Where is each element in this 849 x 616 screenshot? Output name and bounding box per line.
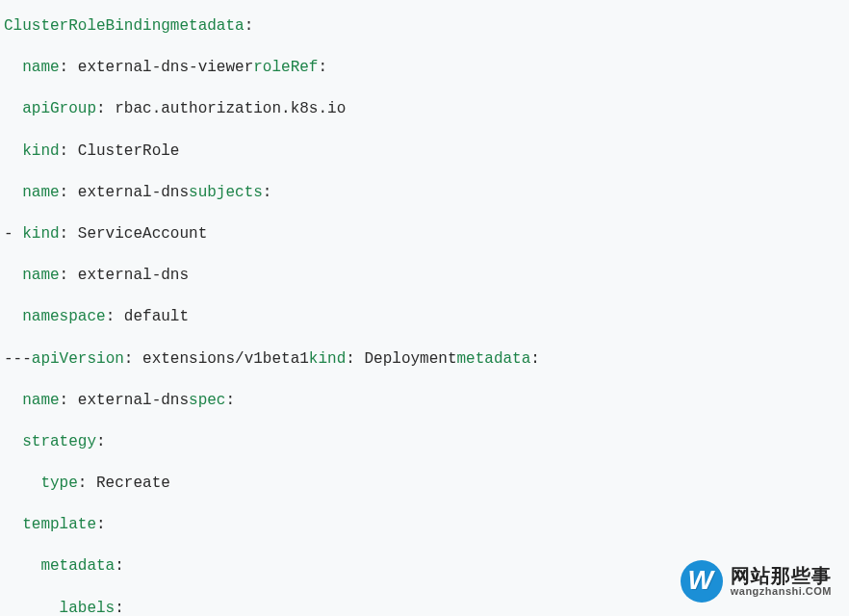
code-line: ClusterRoleBindingmetadata: (4, 6, 845, 47)
yaml-text: : (263, 184, 272, 201)
yaml-text (4, 433, 22, 450)
code-line: type: Recreate (4, 463, 845, 504)
yaml-text: : (318, 59, 327, 76)
yaml-text (4, 59, 22, 76)
yaml-text (4, 392, 22, 409)
yaml-key: template (22, 516, 96, 533)
yaml-text: --- (4, 350, 32, 368)
watermark-main-text: 网站那些事 (731, 566, 832, 586)
code-line: name: external-dnsspec: (4, 380, 845, 422)
yaml-key: strategy (22, 433, 96, 450)
yaml-text: : (115, 600, 124, 616)
yaml-text (4, 100, 22, 117)
code-line: template: (4, 504, 845, 546)
yaml-key: labels (60, 600, 116, 616)
yaml-text: : ServiceAccount (60, 225, 208, 243)
yaml-key: ClusterRoleBinding (4, 17, 170, 35)
yaml-text (4, 142, 22, 160)
code-line: name: external-dns (4, 255, 845, 296)
yaml-key: kind (22, 225, 59, 243)
yaml-key: metadata (40, 557, 115, 575)
yaml-key: roleRef (253, 59, 318, 76)
yaml-text (4, 308, 22, 325)
yaml-key: spec (189, 392, 225, 409)
code-line: name: external-dnssubjects: (4, 172, 845, 214)
yaml-key: subjects (189, 184, 263, 201)
yaml-text: : Deployment (346, 350, 456, 368)
yaml-key: apiVersion (32, 350, 124, 368)
yaml-text: : (115, 557, 124, 575)
yaml-text (4, 516, 22, 533)
code-line: apiGroup: rbac.authorization.k8s.io (4, 89, 845, 130)
yaml-key: metadata (170, 17, 244, 35)
yaml-key: apiGroup (22, 100, 96, 117)
watermark-badge-letter: W (688, 565, 713, 596)
yaml-text (4, 600, 60, 616)
yaml-text: : (530, 350, 540, 368)
yaml-key: kind (22, 142, 59, 160)
watermark-sub-text: wangzhanshi.COM (731, 586, 832, 598)
code-line: namespace: default (4, 296, 845, 338)
code-line: strategy: (4, 422, 845, 463)
yaml-text: - (4, 225, 22, 243)
yaml-text (4, 184, 22, 201)
watermark-badge: W (681, 560, 723, 603)
yaml-text: : ClusterRole (60, 142, 180, 160)
yaml-key: metadata (456, 350, 530, 368)
yaml-text: : Recreate (78, 475, 170, 492)
yaml-text: : rbac.authorization.k8s.io (96, 100, 346, 117)
yaml-key: name (22, 59, 59, 76)
yaml-text: : (225, 392, 235, 409)
yaml-text: : (96, 433, 106, 450)
yaml-text: : external-dns-viewer (60, 59, 254, 76)
yaml-code-block: ClusterRoleBindingmetadata: name: extern… (0, 0, 849, 616)
yaml-text: : external-dns (60, 184, 189, 201)
yaml-text: : (244, 17, 254, 35)
watermark-text: 网站那些事 wangzhanshi.COM (731, 566, 832, 598)
yaml-text (4, 557, 40, 575)
yaml-key: name (22, 267, 59, 284)
yaml-text (4, 475, 40, 492)
yaml-key: name (22, 392, 59, 409)
code-line: - kind: ServiceAccount (4, 214, 845, 255)
yaml-text: : external-dns (60, 267, 189, 284)
yaml-text (4, 267, 22, 284)
watermark: W 网站那些事 wangzhanshi.COM (681, 560, 832, 603)
code-line: kind: ClusterRole (4, 131, 845, 172)
yaml-key: type (40, 475, 77, 492)
yaml-key: name (22, 184, 59, 201)
code-line: ---apiVersion: extensions/v1beta1kind: D… (4, 339, 845, 380)
yaml-text: : (96, 516, 106, 533)
yaml-text: : external-dns (60, 392, 189, 409)
yaml-text: : default (106, 308, 189, 325)
yaml-key: kind (309, 350, 346, 368)
code-line: name: external-dns-viewerroleRef: (4, 47, 845, 89)
yaml-text: : extensions/v1beta1 (124, 350, 309, 368)
yaml-key: namespace (22, 308, 105, 325)
